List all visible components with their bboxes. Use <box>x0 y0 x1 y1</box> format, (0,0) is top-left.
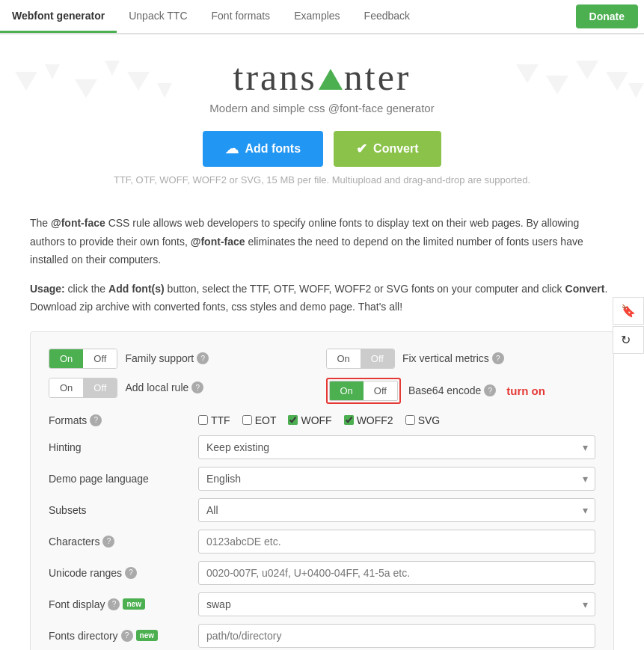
subsets-label: Subsets <box>49 504 198 516</box>
fonts-directory-badge: new <box>136 630 158 641</box>
right-toggles: On Off Fix vertical metrics ? On Off Bas… <box>326 349 596 404</box>
add-local-rule-toggle[interactable]: On Off <box>49 378 117 398</box>
navigation: Webfont generator Unpack TTC Font format… <box>0 0 644 34</box>
fonts-directory-input[interactable] <box>198 624 595 648</box>
format-woff2-checkbox[interactable] <box>344 415 354 425</box>
fonts-directory-help-icon[interactable]: ? <box>121 630 133 642</box>
characters-input[interactable] <box>198 530 595 554</box>
format-woff-label[interactable]: WOFF <box>288 414 331 426</box>
fix-vertical-on-button[interactable]: On <box>327 349 361 368</box>
demo-page-language-select-wrapper[interactable]: English Russian Chinese ▾ <box>198 467 595 491</box>
convert-bold: Convert <box>565 283 605 295</box>
formats-label: Formats ? <box>49 414 198 426</box>
refresh-icon[interactable]: ↻ <box>613 326 644 354</box>
nav-item-donate[interactable]: Donate <box>576 4 638 28</box>
base64-encode-label: Base64 encode <box>408 384 481 396</box>
family-support-help-icon[interactable]: ? <box>197 352 209 364</box>
add-local-rule-row: On Off Add local rule ? <box>49 378 319 398</box>
logo-triangle-icon <box>319 69 343 90</box>
fonts-directory-label: Fonts directory ? new <box>49 630 198 642</box>
nav-item-examples[interactable]: Examples <box>282 1 352 33</box>
add-local-rule-help-icon[interactable]: ? <box>191 381 203 393</box>
demo-page-language-label: Demo page language <box>49 473 198 485</box>
characters-label: Characters ? <box>49 536 198 548</box>
convert-icon: ✔ <box>356 141 367 157</box>
formats-help-icon[interactable]: ? <box>90 414 102 426</box>
base64-encode-row: On Off Base64 encode ? turn on <box>326 378 596 404</box>
hinting-select-wrapper[interactable]: Keep existing Remove Autohint ▾ <box>198 435 595 459</box>
bookmark-icon[interactable]: 🔖 <box>613 297 644 325</box>
format-eot-checkbox[interactable] <box>242 415 252 425</box>
usage-paragraph: Usage: click the Add font(s) button, sel… <box>30 280 614 316</box>
family-support-on-button[interactable]: On <box>49 349 83 368</box>
demo-page-language-row: Demo page language English Russian Chine… <box>49 467 595 491</box>
format-svg-checkbox[interactable] <box>405 415 415 425</box>
nav-item-feedback[interactable]: Feedback <box>352 1 422 33</box>
upload-info: TTF, OTF, WOFF, WOFF2 or SVG, 15 MB per … <box>15 174 629 186</box>
add-local-rule-on-button[interactable]: On <box>49 378 83 397</box>
base64-encode-help-icon[interactable]: ? <box>484 384 496 396</box>
format-ttf-checkbox[interactable] <box>198 415 208 425</box>
unicode-ranges-row: Unicode ranges ? <box>49 561 595 585</box>
nav-item-unpack-ttc[interactable]: Unpack TTC <box>117 1 199 33</box>
toggle-section: On Off Family support ? On Off Add local… <box>49 349 595 404</box>
turn-on-label: turn on <box>506 384 545 397</box>
font-display-badge: new <box>123 598 144 610</box>
font-display-select[interactable]: auto block swap fallback optional <box>198 592 595 616</box>
base64-encode-highlight: On Off <box>326 378 401 404</box>
font-display-label: Font display ? new <box>49 598 198 610</box>
base64-encode-on-button[interactable]: On <box>330 381 364 400</box>
font-display-row: Font display ? new auto block swap fallb… <box>49 592 595 616</box>
format-woff-checkbox[interactable] <box>288 415 298 425</box>
hinting-label: Hinting <box>49 441 198 453</box>
subsets-row: Subsets All Latin Cyrillic ▾ <box>49 498 595 522</box>
fix-vertical-off-button[interactable]: Off <box>361 349 394 368</box>
format-svg-label[interactable]: SVG <box>405 414 441 426</box>
format-woff2-label[interactable]: WOFF2 <box>344 414 393 426</box>
hero-logo: transnter <box>15 55 629 99</box>
family-support-toggle[interactable]: On Off <box>49 349 117 369</box>
font-face-bold-2: @font-face <box>191 236 245 248</box>
nav-item-webfont-generator[interactable]: Webfont generator <box>0 1 117 33</box>
unicode-ranges-input[interactable] <box>198 561 595 585</box>
hinting-select[interactable]: Keep existing Remove Autohint <box>198 435 595 459</box>
convert-label: Convert <box>373 142 418 156</box>
hero-subtitle: Modern and simple css @font-face generat… <box>15 102 629 114</box>
fix-vertical-metrics-toggle[interactable]: On Off <box>326 349 395 369</box>
base64-encode-off-button[interactable]: Off <box>364 381 397 400</box>
main-content: The @font-face CSS rule allows web devel… <box>0 199 644 331</box>
add-font-bold: Add font(s) <box>108 283 165 295</box>
add-fonts-label: Add fonts <box>245 142 301 156</box>
subsets-select[interactable]: All Latin Cyrillic <box>198 498 595 522</box>
family-support-row: On Off Family support ? <box>49 349 319 369</box>
intro-paragraph: The @font-face CSS rule allows web devel… <box>30 214 614 269</box>
nav-item-font-formats[interactable]: Font formats <box>200 1 283 33</box>
base64-encode-toggle[interactable]: On Off <box>329 381 398 401</box>
action-buttons: ☁ Add fonts ✔ Convert <box>15 131 629 167</box>
convert-button[interactable]: ✔ Convert <box>334 131 441 167</box>
characters-row: Characters ? <box>49 530 595 554</box>
fix-vertical-metrics-row: On Off Fix vertical metrics ? <box>326 349 596 369</box>
add-local-rule-off-button[interactable]: Off <box>83 378 117 397</box>
add-fonts-button[interactable]: ☁ Add fonts <box>203 131 323 167</box>
settings-panel: On Off Family support ? On Off Add local… <box>30 331 614 651</box>
font-display-select-wrapper[interactable]: auto block swap fallback optional ▾ <box>198 592 595 616</box>
family-support-label: Family support <box>125 352 194 364</box>
family-support-off-button[interactable]: Off <box>83 349 117 368</box>
formats-row: Formats ? TTF EOT WOFF WOFF2 SVG <box>49 414 595 426</box>
demo-page-language-select[interactable]: English Russian Chinese <box>198 467 595 491</box>
characters-help-icon[interactable]: ? <box>102 536 114 548</box>
format-ttf-label[interactable]: TTF <box>198 414 230 426</box>
font-face-bold-1: @font-face <box>51 217 105 229</box>
usage-label: Usage: <box>30 283 65 295</box>
hero-section: transnter Modern and simple css @font-fa… <box>0 34 644 199</box>
unicode-ranges-label: Unicode ranges ? <box>49 567 198 579</box>
font-display-help-icon[interactable]: ? <box>108 598 120 610</box>
subsets-select-wrapper[interactable]: All Latin Cyrillic ▾ <box>198 498 595 522</box>
fix-vertical-metrics-help-icon[interactable]: ? <box>492 352 504 364</box>
formats-checkboxes: TTF EOT WOFF WOFF2 SVG <box>198 414 440 426</box>
format-eot-label[interactable]: EOT <box>242 414 277 426</box>
unicode-ranges-help-icon[interactable]: ? <box>125 567 137 579</box>
sidebar-icons: 🔖 ↻ <box>613 297 644 354</box>
add-fonts-icon: ☁ <box>225 141 239 157</box>
